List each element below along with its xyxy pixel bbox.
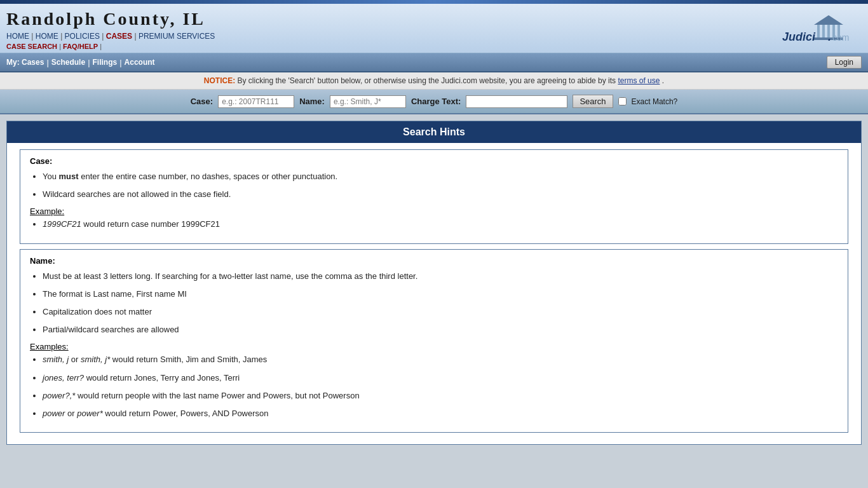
search-bar: Case: Name: Charge Text: Search Exact Ma… bbox=[0, 90, 868, 114]
hints-panel: Search Hints Case: You must enter the en… bbox=[6, 121, 862, 445]
judici-logo: Judici . com bbox=[779, 9, 855, 47]
name-bullet-4: Partial/wildcard searches are allowed bbox=[43, 324, 838, 336]
svg-rect-1 bbox=[822, 25, 825, 37]
notice-suffix: . bbox=[662, 76, 664, 85]
user-bar: My: Cases | Schedule | Filings | Account… bbox=[0, 53, 868, 72]
name-example-2: jones, terr? would return Jones, Terry a… bbox=[43, 372, 838, 384]
svg-marker-5 bbox=[814, 15, 843, 25]
name-input[interactable] bbox=[330, 95, 406, 108]
case-bullet-1: You must enter the entire case number, n… bbox=[43, 171, 838, 182]
name-label: Name: bbox=[299, 97, 325, 106]
name-bullet-1: Must be at least 3 letters long. If sear… bbox=[43, 271, 838, 282]
case-example-title: Example: bbox=[30, 207, 838, 216]
case-bullets: You must enter the entire case number, n… bbox=[43, 171, 838, 200]
header-left: Randolph County, IL HOME | HOME | POLICI… bbox=[6, 9, 215, 53]
site-title: Randolph County, IL bbox=[6, 9, 215, 29]
user-bar-links: My: Cases | Schedule | Filings | Account bbox=[6, 58, 155, 67]
terms-link[interactable]: terms of use bbox=[618, 76, 660, 85]
case-section-title: Case: bbox=[30, 156, 838, 166]
charge-input[interactable] bbox=[466, 95, 567, 108]
logo-area: Judici . com bbox=[779, 9, 862, 47]
name-section-title: Name: bbox=[30, 256, 838, 266]
nav-policies[interactable]: POLICIES bbox=[65, 32, 100, 41]
charge-label: Charge Text: bbox=[411, 97, 461, 106]
hints-header: Search Hints bbox=[7, 121, 861, 143]
nav-home2[interactable]: HOME bbox=[36, 32, 58, 41]
hints-body: Case: You must enter the entire case num… bbox=[7, 143, 861, 444]
logo-box: Judici . com bbox=[779, 9, 855, 47]
nav-case-search[interactable]: CASE SEARCH bbox=[6, 43, 57, 50]
nav-faq[interactable]: FAQ/HELP bbox=[63, 43, 98, 50]
name-bullet-3: Capitalization does not matter bbox=[43, 306, 838, 318]
case-hint-section: Case: You must enter the entire case num… bbox=[20, 149, 848, 244]
svg-rect-0 bbox=[817, 25, 820, 37]
svg-text:.: . bbox=[828, 30, 831, 43]
nav-account[interactable]: Account bbox=[125, 58, 155, 67]
nav-home1[interactable]: HOME bbox=[6, 32, 29, 41]
sub-nav: CASE SEARCH | FAQ/HELP | bbox=[6, 43, 215, 53]
main-content: Search Hints Case: You must enter the en… bbox=[0, 114, 868, 458]
exact-match-label: Exact Match? bbox=[632, 97, 678, 106]
name-hint-section: Name: Must be at least 3 letters long. I… bbox=[20, 249, 848, 433]
login-button[interactable]: Login bbox=[827, 56, 862, 69]
svg-text:com: com bbox=[832, 32, 849, 43]
name-example-3: power?,* would return people with the la… bbox=[43, 390, 838, 402]
notice-text: By clicking the 'Search' button below, o… bbox=[238, 76, 618, 85]
case-input[interactable] bbox=[218, 95, 294, 108]
nav-premium[interactable]: PREMIUM SERVICES bbox=[139, 32, 215, 41]
name-example-4: power or power* would return Power, Powe… bbox=[43, 408, 838, 419]
nav-my-cases[interactable]: My: Cases bbox=[6, 58, 44, 67]
case-bullet-2: Wildcard searches are not allowed in the… bbox=[43, 189, 838, 200]
notice-bar: NOTICE: By clicking the 'Search' button … bbox=[0, 72, 868, 90]
nav-schedule[interactable]: Schedule bbox=[51, 58, 85, 67]
exact-match-checkbox[interactable] bbox=[618, 97, 627, 105]
name-bullet-2: The format is Last name, First name MI bbox=[43, 288, 838, 300]
nav-links: HOME | HOME | POLICIES | CASES | PREMIUM… bbox=[6, 32, 215, 41]
name-example-title: Examples: bbox=[30, 342, 838, 351]
case-label: Case: bbox=[191, 97, 213, 106]
name-bullets: Must be at least 3 letters long. If sear… bbox=[43, 271, 838, 336]
svg-text:Judici: Judici bbox=[782, 30, 816, 43]
nav-filings[interactable]: Filings bbox=[93, 58, 118, 67]
name-example-1: smith, j or smith, j* would return Smith… bbox=[43, 354, 838, 365]
case-example-1: 1999CF21 would return case number 1999CF… bbox=[43, 219, 838, 230]
case-examples: 1999CF21 would return case number 1999CF… bbox=[43, 219, 838, 230]
header: Randolph County, IL HOME | HOME | POLICI… bbox=[0, 4, 868, 53]
notice-label: NOTICE: bbox=[204, 76, 235, 85]
name-examples: smith, j or smith, j* would return Smith… bbox=[43, 354, 838, 419]
nav-cases[interactable]: CASES bbox=[106, 32, 132, 41]
search-button[interactable]: Search bbox=[573, 95, 613, 108]
